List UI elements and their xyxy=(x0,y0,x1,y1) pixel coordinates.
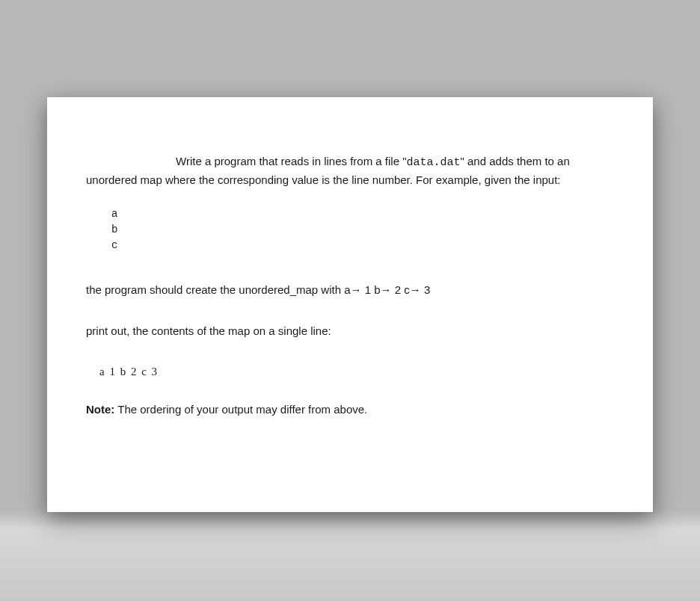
map-prefix: the program should create the unordered_… xyxy=(86,283,344,296)
arrow-icon: → xyxy=(351,283,362,296)
note-text: The ordering of your output may differ f… xyxy=(114,403,367,416)
map-key-1: a xyxy=(344,283,350,296)
arrow-icon: → xyxy=(381,283,392,296)
filename-code: data.dat xyxy=(407,156,461,169)
map-description: the program should create the unordered_… xyxy=(86,282,614,299)
map-key-2: b xyxy=(374,283,380,296)
arrow-icon: → xyxy=(410,283,421,296)
intro-text-part1: Write a program that reads in lines from… xyxy=(176,155,407,167)
map-val-3: 3 xyxy=(421,283,431,296)
intro-paragraph: Write a program that reads in lines from… xyxy=(86,153,614,188)
input-code-block: a b c xyxy=(111,206,614,253)
map-val-2: 2 xyxy=(392,283,405,296)
print-instruction: print out, the contents of the map on a … xyxy=(86,323,614,340)
output-example: a 1 b 2 c 3 xyxy=(99,363,614,380)
map-val-1: 1 xyxy=(362,283,375,296)
note-label: Note: xyxy=(86,403,114,416)
note-paragraph: Note: The ordering of your output may di… xyxy=(86,401,614,419)
map-key-3: c xyxy=(404,283,410,296)
document-page: Write a program that reads in lines from… xyxy=(47,97,653,512)
